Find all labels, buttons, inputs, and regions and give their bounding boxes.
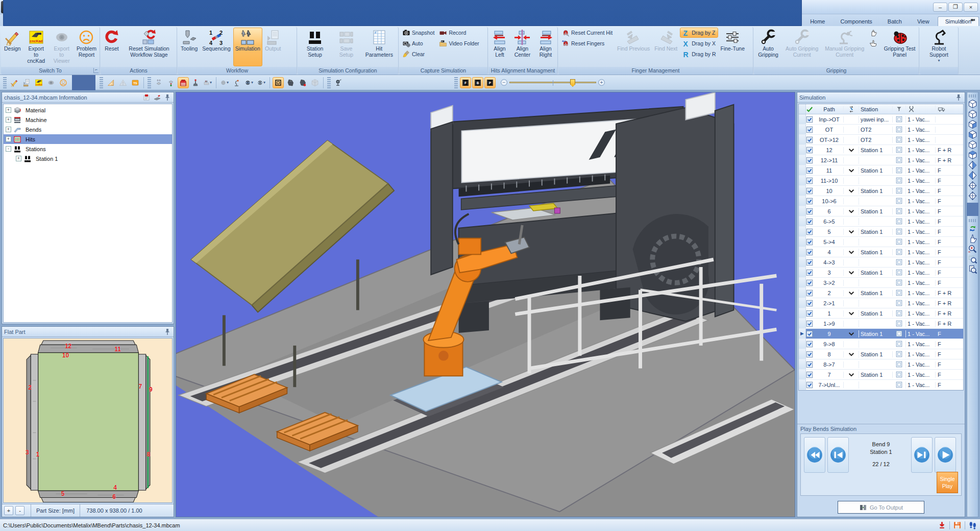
row-checkbox[interactable] <box>806 157 815 164</box>
row-frame-checkbox[interactable] <box>893 310 906 317</box>
ribbon-button-auto-gripping[interactable]: Auto Gripping <box>755 28 781 66</box>
ribbon-button-reset-simulation-workflow-stage[interactable]: Reset Simulation Workflow Stage <box>122 28 176 66</box>
row-checkbox[interactable] <box>806 167 815 174</box>
cnckad-icon[interactable]: cncKad <box>33 77 44 88</box>
row-frame-checkbox[interactable] <box>893 289 906 297</box>
collapse-ribbon-icon[interactable] <box>958 16 966 24</box>
design-icon[interactable] <box>9 77 20 88</box>
ribbon-button-record[interactable]: Record <box>437 28 481 38</box>
row-chevron[interactable] <box>844 208 859 215</box>
row-chevron[interactable] <box>844 228 859 235</box>
row-checkbox[interactable] <box>806 228 815 235</box>
report-icon[interactable] <box>143 93 151 102</box>
row-checkbox[interactable] <box>806 249 815 256</box>
ribbon-button-fine-tune[interactable]: Fine-Tune <box>719 28 747 66</box>
strip-drag-handle[interactable] <box>969 219 976 222</box>
tab-home[interactable]: Home <box>803 17 832 26</box>
zoom-slider-track[interactable] <box>509 82 596 83</box>
render-mode-icon[interactable] <box>219 77 230 88</box>
zoom-in-out-icon[interactable] <box>968 244 977 254</box>
table-row[interactable]: 5->41 - Vac...F <box>799 237 963 247</box>
gripper-red-icon[interactable] <box>297 77 308 88</box>
row-checkbox[interactable] <box>806 136 815 143</box>
film-front-icon[interactable]: F <box>460 77 471 88</box>
ts-lock-icon[interactable]: TS <box>130 77 141 88</box>
table-row[interactable]: 4->31 - Vac...F <box>799 257 963 268</box>
table-row[interactable]: 1->91 - Vac...F + R <box>799 319 963 329</box>
row-checkbox[interactable] <box>806 269 815 276</box>
ribbon-button-hand-point[interactable] <box>867 38 881 49</box>
row-chevron[interactable] <box>844 177 859 184</box>
gripper-dark-icon[interactable] <box>285 77 296 88</box>
row-checkbox[interactable] <box>806 177 815 184</box>
film-back-icon[interactable]: B <box>472 77 483 88</box>
tool-icon[interactable] <box>153 93 161 102</box>
table-row[interactable]: 4Station 11 - Vac...F <box>799 247 963 257</box>
table-row[interactable]: Inp->OTyawei inp...1 - Vac... <box>799 114 963 125</box>
tree-node-hits[interactable]: +Hits <box>4 134 172 144</box>
pin-icon[interactable] <box>954 93 963 102</box>
row-chevron[interactable] <box>844 157 859 164</box>
table-row[interactable]: 8->71 - Vac...F <box>799 359 963 370</box>
step-forward-button[interactable] <box>911 437 933 473</box>
row-chevron[interactable] <box>844 330 859 337</box>
measure-icon[interactable] <box>105 77 116 88</box>
light-projector-icon[interactable] <box>333 77 344 88</box>
tree-node-bends[interactable]: +Bends <box>4 125 172 134</box>
view-iso-2-icon[interactable] <box>968 109 977 119</box>
zoom-to-sheet-icon[interactable] <box>968 264 977 274</box>
check-column-header[interactable] <box>806 106 815 113</box>
row-chevron[interactable] <box>844 381 859 389</box>
row-checkbox[interactable] <box>806 289 815 297</box>
table-row[interactable]: 2Station 11 - Vac...F + R <box>799 288 963 298</box>
ribbon-button-sequencing[interactable]: 1243Sequencing <box>200 28 232 66</box>
table-row[interactable]: OT->12OT21 - Vac... <box>799 135 963 145</box>
tab-batch[interactable]: Batch <box>880 17 909 26</box>
row-checkbox[interactable] <box>806 361 815 368</box>
table-row[interactable]: 8Station 11 - Vac...F <box>799 349 963 359</box>
row-frame-checkbox[interactable] <box>893 218 906 225</box>
row-chevron[interactable] <box>844 289 859 297</box>
camera-view-1-icon[interactable] <box>243 77 255 88</box>
row-frame-checkbox[interactable] <box>893 381 906 389</box>
zoom-slider[interactable]: −+ <box>501 79 605 86</box>
row-frame-checkbox[interactable] <box>893 259 906 266</box>
row-frame-checkbox[interactable] <box>893 177 906 184</box>
tree-expander[interactable]: + <box>6 136 11 142</box>
ribbon-button-simulation[interactable]: Simulation <box>233 28 262 66</box>
ribbon-button-align-left[interactable]: Align Left <box>489 28 510 66</box>
show-frame-icon[interactable] <box>273 77 284 88</box>
ribbon-button-station-setup[interactable]: Station Setup <box>299 28 331 66</box>
view-dimetric-4-icon[interactable] <box>968 191 977 201</box>
pin-icon[interactable] <box>163 328 172 336</box>
row-frame-checkbox[interactable] <box>893 187 906 195</box>
table-row[interactable]: 1Station 11 - Vac...F + R <box>799 308 963 319</box>
row-checkbox[interactable] <box>806 187 815 195</box>
row-chevron[interactable] <box>844 147 859 154</box>
ribbon-button-align-right[interactable]: Align Right <box>535 28 556 66</box>
zoom-slider-thumb[interactable] <box>570 79 575 87</box>
ribbon-button-video-folder[interactable]: Video Folder <box>437 38 481 49</box>
table-row[interactable]: 7Station 11 - Vac...F <box>799 370 963 380</box>
ribbon-button-clear[interactable]: Clear <box>400 49 436 59</box>
ribbon-button-reset[interactable]: Reset <box>102 28 122 66</box>
single-play-button[interactable]: Single Play <box>937 472 958 493</box>
tree-node-machine[interactable]: +Machine <box>4 115 172 125</box>
view-dimetric-2-icon[interactable] <box>968 171 977 180</box>
row-chevron[interactable] <box>844 300 859 307</box>
tab-view[interactable]: View <box>910 17 937 26</box>
row-checkbox[interactable] <box>806 126 815 133</box>
table-row[interactable]: 12Station 11 - Vac...F + R <box>799 145 963 155</box>
step-back-button[interactable] <box>827 437 849 473</box>
tree-node-material[interactable]: +Material <box>4 105 172 115</box>
ribbon-button-problem-report[interactable]: Problem Report <box>75 28 99 66</box>
table-row[interactable]: 10Station 11 - Vac...F <box>799 186 963 196</box>
table-row[interactable]: 3->21 - Vac...F <box>799 278 963 288</box>
row-checkbox[interactable] <box>806 300 815 307</box>
table-row[interactable]: 12->111 - Vac...F + R <box>799 155 963 165</box>
row-chevron[interactable] <box>844 218 859 225</box>
row-frame-checkbox[interactable] <box>893 361 906 368</box>
zoom-in-button[interactable]: + <box>4 506 13 515</box>
row-frame-checkbox[interactable] <box>893 371 906 378</box>
row-frame-checkbox[interactable] <box>893 320 906 327</box>
